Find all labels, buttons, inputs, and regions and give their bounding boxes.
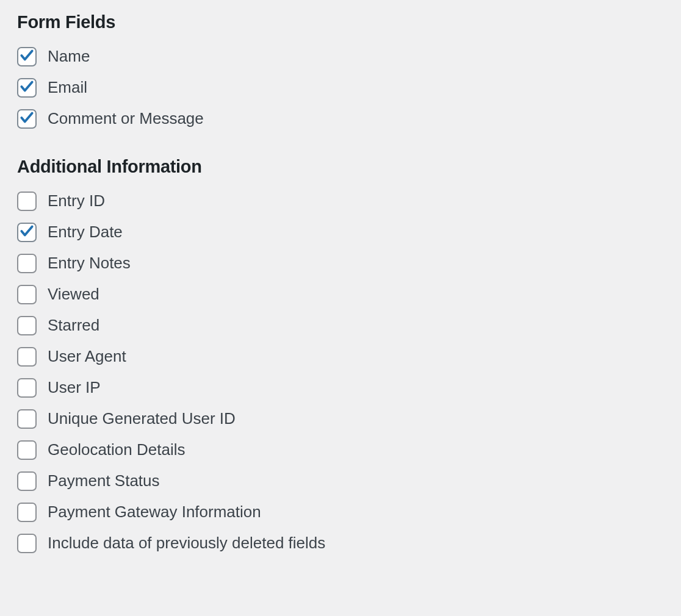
checkbox-label-user-agent[interactable]: User Agent bbox=[48, 347, 126, 366]
checkbox-entry-notes[interactable] bbox=[17, 254, 37, 273]
checkbox-label-entry-notes[interactable]: Entry Notes bbox=[48, 254, 131, 273]
form-fields-heading: Form Fields bbox=[17, 12, 664, 32]
checkbox-row-comment-or-message: Comment or Message bbox=[17, 109, 664, 129]
checkbox-starred[interactable] bbox=[17, 316, 37, 335]
checkbox-label-payment-status[interactable]: Payment Status bbox=[48, 471, 160, 490]
checkmark-icon bbox=[19, 79, 35, 97]
checkbox-row-include-deleted-fields: Include data of previously deleted field… bbox=[17, 534, 664, 553]
checkbox-payment-status[interactable] bbox=[17, 471, 37, 491]
checkbox-user-agent[interactable] bbox=[17, 347, 37, 367]
checkmark-icon bbox=[19, 223, 35, 242]
checkmark-icon bbox=[19, 110, 35, 128]
checkbox-row-entry-notes: Entry Notes bbox=[17, 254, 664, 273]
checkbox-label-unique-generated-user-id[interactable]: Unique Generated User ID bbox=[48, 409, 236, 428]
checkbox-label-viewed[interactable]: Viewed bbox=[48, 285, 99, 304]
checkbox-unique-generated-user-id[interactable] bbox=[17, 409, 37, 429]
checkbox-label-starred[interactable]: Starred bbox=[48, 316, 99, 335]
checkbox-row-payment-gateway-information: Payment Gateway Information bbox=[17, 503, 664, 522]
checkbox-name[interactable] bbox=[17, 47, 37, 66]
checkbox-row-email: Email bbox=[17, 78, 664, 98]
checkbox-user-ip[interactable] bbox=[17, 378, 37, 398]
checkbox-entry-id[interactable] bbox=[17, 192, 37, 211]
checkbox-row-name: Name bbox=[17, 47, 664, 66]
checkbox-label-name[interactable]: Name bbox=[48, 47, 90, 66]
checkbox-label-include-deleted-fields[interactable]: Include data of previously deleted field… bbox=[48, 534, 325, 553]
checkbox-geolocation-details[interactable] bbox=[17, 440, 37, 460]
additional-information-heading: Additional Information bbox=[17, 157, 664, 177]
checkbox-entry-date[interactable] bbox=[17, 223, 37, 242]
additional-information-section: Additional Information Entry ID Entry Da… bbox=[17, 157, 664, 553]
checkbox-label-payment-gateway-information[interactable]: Payment Gateway Information bbox=[48, 503, 261, 521]
checkbox-row-user-agent: User Agent bbox=[17, 347, 664, 367]
checkbox-label-entry-date[interactable]: Entry Date bbox=[48, 223, 123, 242]
checkbox-label-email[interactable]: Email bbox=[48, 78, 87, 97]
checkmark-icon bbox=[19, 48, 35, 66]
checkbox-label-user-ip[interactable]: User IP bbox=[48, 378, 101, 397]
checkbox-row-payment-status: Payment Status bbox=[17, 471, 664, 491]
checkbox-row-user-ip: User IP bbox=[17, 378, 664, 398]
form-fields-section: Form Fields Name Email Comment or Messag… bbox=[17, 12, 664, 129]
checkbox-label-geolocation-details[interactable]: Geolocation Details bbox=[48, 440, 185, 459]
checkbox-payment-gateway-information[interactable] bbox=[17, 503, 37, 522]
checkbox-row-unique-generated-user-id: Unique Generated User ID bbox=[17, 409, 664, 429]
checkbox-row-entry-date: Entry Date bbox=[17, 223, 664, 242]
checkbox-label-entry-id[interactable]: Entry ID bbox=[48, 192, 105, 210]
checkbox-email[interactable] bbox=[17, 78, 37, 98]
checkbox-include-deleted-fields[interactable] bbox=[17, 534, 37, 553]
checkbox-row-starred: Starred bbox=[17, 316, 664, 335]
checkbox-row-viewed: Viewed bbox=[17, 285, 664, 304]
checkbox-row-entry-id: Entry ID bbox=[17, 192, 664, 211]
checkbox-viewed[interactable] bbox=[17, 285, 37, 304]
checkbox-comment-or-message[interactable] bbox=[17, 109, 37, 129]
checkbox-label-comment-or-message[interactable]: Comment or Message bbox=[48, 109, 204, 128]
checkbox-row-geolocation-details: Geolocation Details bbox=[17, 440, 664, 460]
